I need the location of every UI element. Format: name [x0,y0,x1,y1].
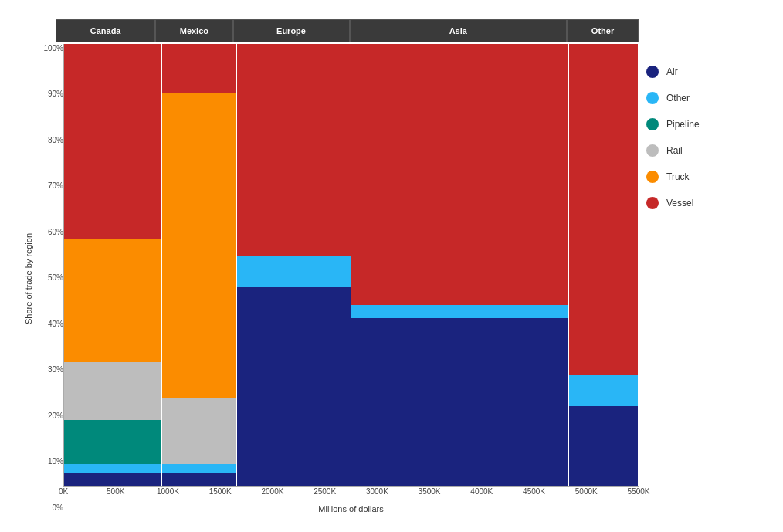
legend-item-air: Air [646,66,762,78]
legend-item-pipeline: Pipeline [646,118,762,130]
legend-label-vessel: Vessel [666,198,693,208]
segment-air [569,406,638,486]
y-tick-label: 80% [48,136,63,144]
y-tick-label: 30% [48,365,63,374]
legend-label-pipeline: Pipeline [666,119,700,130]
y-tick-label: 60% [48,228,63,236]
main-plot: Share of trade by region 100%90%80%70%60… [21,44,639,513]
x-tick-label: 4500K [523,487,545,496]
region-header-asia: Asia [350,19,568,42]
segment-vessel [64,44,161,239]
legend-item-other: Other [646,92,762,104]
segment-air [162,473,236,486]
segment-vessel [569,44,638,376]
x-tick-label: 3000K [366,487,388,496]
x-tick-label: 0K [59,487,68,496]
segment-air [351,318,568,486]
segment-other [569,375,638,406]
x-tick-label: 1000K [157,487,179,496]
segment-truck [162,93,236,398]
y-tick-label: 20% [48,412,63,420]
y-ticks: 100%90%80%70%60%50%40%30%20%10%0% [36,44,63,513]
x-ticks-row: 0K500K1000K1500K2000K2500K3000K3500K4000… [63,487,639,503]
legend-item-truck: Truck [646,171,762,183]
x-tick-label: 3500K [419,487,441,496]
segment-air [237,287,351,486]
y-tick-label: 90% [48,90,63,98]
chart-container: CanadaMexicoEuropeAsiaOther Share of tra… [13,12,770,521]
region-col-mexico [162,44,237,486]
segment-rail [64,362,161,419]
region-col-asia [351,44,569,486]
legend-label-air: Air [666,66,678,77]
segment-truck [64,239,161,362]
x-tick-label: 5000K [575,487,598,496]
legend-item-vessel: Vessel [646,197,762,209]
region-header-other: Other [567,19,639,42]
legend-color-pipeline [646,118,659,130]
y-tick-label: 50% [48,273,63,282]
legend-label-rail: Rail [666,145,683,156]
legend-label-truck: Truck [666,171,690,182]
x-tick-label: 4000K [470,487,493,496]
segment-pipeline [64,420,161,464]
y-tick-label: 70% [48,181,63,190]
legend-color-vessel [646,197,659,209]
x-axis-title: Millions of dollars [63,504,639,513]
legend: AirOtherPipelineRailTruckVessel [639,19,762,513]
region-header-mexico: Mexico [155,19,232,42]
segment-rail [162,398,236,464]
legend-label-other: Other [666,93,690,103]
x-tick-label: 500K [107,487,124,496]
x-tick-label: 5500K [628,487,650,496]
y-tick-label: 0% [53,503,63,512]
region-col-europe [237,44,352,486]
legend-color-air [646,66,659,78]
region-header-europe: Europe [233,19,350,42]
y-axis: Share of trade by region 100%90%80%70%60… [21,44,63,513]
y-tick-label: 100% [43,44,63,53]
y-axis-title: Share of trade by region [21,44,36,513]
region-header-canada: Canada [56,19,155,42]
segment-other [64,464,161,473]
chart-wrapper: CanadaMexicoEuropeAsiaOther Share of tra… [21,19,639,513]
y-tick-label: 40% [48,320,63,328]
segment-vessel [162,44,236,93]
region-col-other [569,44,639,486]
segment-other [162,464,236,473]
legend-item-rail: Rail [646,144,762,157]
region-headers: CanadaMexicoEuropeAsiaOther [56,19,639,42]
x-tick-label: 2500K [314,487,336,496]
bars-container: 0K500K1000K1500K2000K2500K3000K3500K4000… [63,44,639,513]
segment-other [237,256,351,287]
x-tick-label: 1500K [209,487,232,496]
x-tick-label: 2000K [261,487,283,496]
legend-color-truck [646,171,659,183]
y-tick-label: 10% [48,457,63,466]
segment-vessel [351,44,568,305]
legend-color-rail [646,144,659,157]
region-col-canada [64,44,162,486]
bars-inner [63,44,639,487]
segment-vessel [237,44,351,256]
legend-color-other [646,92,659,104]
segment-air [64,473,161,486]
segment-other [351,305,568,318]
